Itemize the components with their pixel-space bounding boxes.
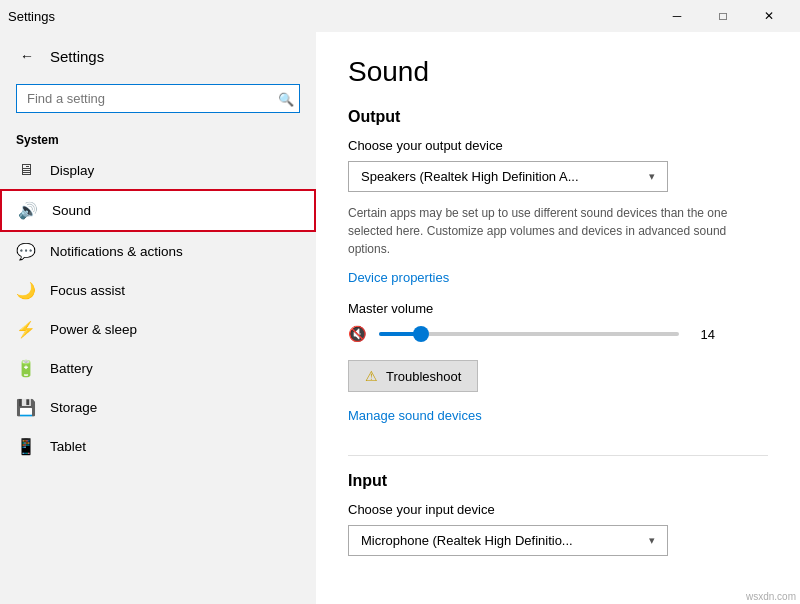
minimize-button[interactable]: ─ xyxy=(654,0,700,32)
mute-icon[interactable]: 🔇 xyxy=(348,325,367,343)
sidebar-item-label: Tablet xyxy=(50,439,86,454)
sidebar-item-display[interactable]: 🖥 Display xyxy=(0,151,316,189)
device-properties-link[interactable]: Device properties xyxy=(348,270,449,285)
titlebar-left: Settings xyxy=(8,9,55,24)
volume-track xyxy=(379,332,679,336)
output-device-label: Choose your output device xyxy=(348,138,768,153)
notifications-icon: 💬 xyxy=(16,242,36,261)
volume-label: Master volume xyxy=(348,301,768,316)
watermark: wsxdn.com xyxy=(746,591,796,602)
titlebar-title: Settings xyxy=(8,9,55,24)
maximize-button[interactable]: □ xyxy=(700,0,746,32)
main-content: Sound Output Choose your output device S… xyxy=(316,32,800,604)
sidebar-item-label: Focus assist xyxy=(50,283,125,298)
sidebar-item-label: Display xyxy=(50,163,94,178)
sidebar-section-label: System xyxy=(0,125,316,151)
page-title: Sound xyxy=(348,56,768,88)
display-icon: 🖥 xyxy=(16,161,36,179)
chevron-down-icon: ▾ xyxy=(649,170,655,183)
input-section-title: Input xyxy=(348,472,768,490)
chevron-down-icon: ▾ xyxy=(649,534,655,547)
output-device-value: Speakers (Realtek High Definition A... xyxy=(361,169,579,184)
search-box: 🔍 xyxy=(16,84,300,113)
volume-thumb xyxy=(413,326,429,342)
output-device-dropdown[interactable]: Speakers (Realtek High Definition A... ▾ xyxy=(348,161,668,192)
back-button[interactable]: ← xyxy=(16,44,38,68)
sidebar-app-title: Settings xyxy=(50,48,104,65)
volume-value: 14 xyxy=(691,327,715,342)
sidebar-item-battery[interactable]: 🔋 Battery xyxy=(0,349,316,388)
input-device-label: Choose your input device xyxy=(348,502,768,517)
sidebar-item-tablet[interactable]: 📱 Tablet xyxy=(0,427,316,466)
titlebar: Settings ─ □ ✕ xyxy=(0,0,800,32)
sidebar-item-focus[interactable]: 🌙 Focus assist xyxy=(0,271,316,310)
sidebar-item-power[interactable]: ⚡ Power & sleep xyxy=(0,310,316,349)
close-button[interactable]: ✕ xyxy=(746,0,792,32)
search-icon[interactable]: 🔍 xyxy=(278,91,294,106)
input-device-dropdown[interactable]: Microphone (Realtek High Definitio... ▾ xyxy=(348,525,668,556)
sidebar-item-label: Battery xyxy=(50,361,93,376)
focus-icon: 🌙 xyxy=(16,281,36,300)
output-hint-text: Certain apps may be set up to use differ… xyxy=(348,204,768,258)
storage-icon: 💾 xyxy=(16,398,36,417)
sidebar-item-sound[interactable]: 🔊 Sound xyxy=(0,189,316,232)
volume-row: 🔇 14 xyxy=(348,324,768,344)
sidebar-item-label: Notifications & actions xyxy=(50,244,183,259)
battery-icon: 🔋 xyxy=(16,359,36,378)
sidebar-item-label: Sound xyxy=(52,203,91,218)
sidebar-item-label: Storage xyxy=(50,400,97,415)
input-device-value: Microphone (Realtek High Definitio... xyxy=(361,533,573,548)
volume-slider[interactable] xyxy=(379,324,679,344)
search-input[interactable] xyxy=(16,84,300,113)
sidebar-header: ← Settings xyxy=(0,32,316,80)
app-body: ← Settings 🔍 System 🖥 Display 🔊 Sound 💬 … xyxy=(0,32,800,604)
output-section-title: Output xyxy=(348,108,768,126)
sound-icon: 🔊 xyxy=(18,201,38,220)
warning-icon: ⚠ xyxy=(365,368,378,384)
manage-sound-devices-link[interactable]: Manage sound devices xyxy=(348,408,482,423)
sidebar: ← Settings 🔍 System 🖥 Display 🔊 Sound 💬 … xyxy=(0,32,316,604)
section-divider xyxy=(348,455,768,456)
sidebar-item-notifications[interactable]: 💬 Notifications & actions xyxy=(0,232,316,271)
troubleshoot-button[interactable]: ⚠ Troubleshoot xyxy=(348,360,478,392)
tablet-icon: 📱 xyxy=(16,437,36,456)
titlebar-controls: ─ □ ✕ xyxy=(654,0,792,32)
sidebar-item-storage[interactable]: 💾 Storage xyxy=(0,388,316,427)
power-icon: ⚡ xyxy=(16,320,36,339)
troubleshoot-label: Troubleshoot xyxy=(386,369,461,384)
sidebar-item-label: Power & sleep xyxy=(50,322,137,337)
